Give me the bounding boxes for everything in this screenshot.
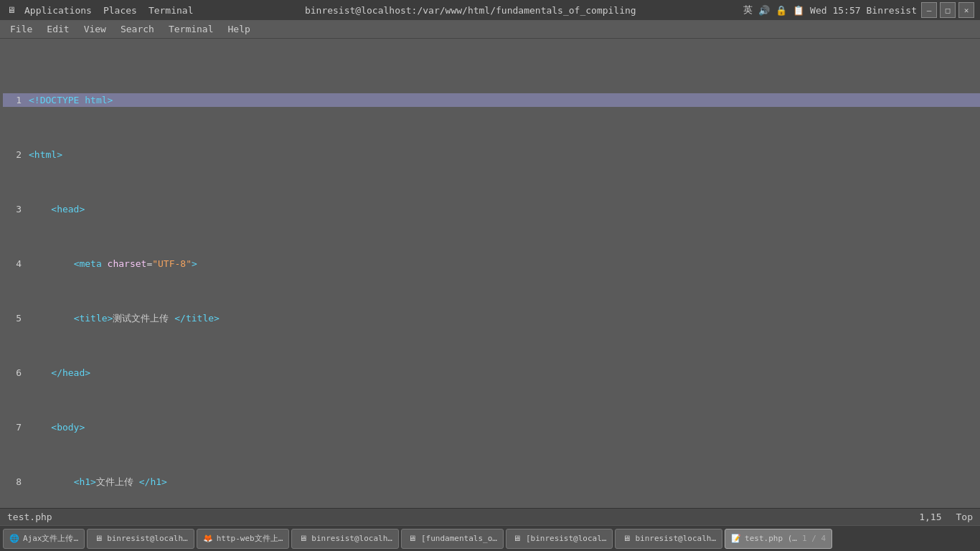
sys-lang: 英 [743, 4, 753, 17]
topbar-right: 英 🔊 🔒 📋 Wed 15:57 Binresist [743, 4, 917, 17]
topbar: 🖥 Applications Places Terminal binresist… [0, 0, 980, 20]
taskbar-label: binresist@localh… [635, 534, 716, 543]
table-row: 7 <body> [3, 420, 980, 434]
statusbar: test.php 1,15 Top [0, 508, 980, 525]
statusbar-scroll: Top [956, 512, 973, 522]
table-row: 4 <meta charset="UTF-8"> [3, 257, 980, 270]
topbar-left: 🖥 Applications Places Terminal [6, 4, 198, 17]
menu-help[interactable]: Help [221, 22, 258, 36]
table-row: 6 </head> [3, 366, 980, 380]
statusbar-filename: test.php [7, 512, 919, 522]
taskbar-item-terminal4[interactable]: 🖥 binresist@localh… [615, 529, 722, 549]
browser-icon: 🌐 [9, 534, 19, 544]
taskbar-item-fundamentals[interactable]: 🖥 [fundamentals_o… [401, 529, 504, 549]
places-menu[interactable]: Places [99, 4, 141, 17]
table-row: 2 <html> [3, 148, 980, 161]
table-row: 8 <h1>文件上传 </h1> [3, 475, 980, 489]
terminal-menu[interactable]: Terminal [144, 4, 198, 17]
menu-edit[interactable]: Edit [39, 22, 76, 36]
table-row: 1 <!DOCTYPE html> [3, 93, 980, 107]
code-content[interactable]: 1 <!DOCTYPE html> 2 <html> 3 <head> 4 <m… [0, 39, 980, 508]
taskbar-item-http[interactable]: 🦊 http-web文件上… [197, 529, 290, 549]
taskbar-label: http-web文件上… [217, 533, 283, 544]
menu-terminal[interactable]: Terminal [161, 22, 221, 36]
terminal-icon: 🖥 [512, 534, 522, 544]
menu-file[interactable]: File [3, 22, 39, 36]
taskbar-item-ajax[interactable]: 🌐 Ajax文件上传… [3, 529, 85, 549]
menu-search[interactable]: Search [113, 22, 161, 36]
sys-binresist: Binresist [867, 5, 917, 16]
close-button[interactable]: ✕ [958, 2, 974, 18]
menubar: File Edit View Search Terminal Help [0, 20, 980, 39]
taskbar-page-count: 1 / 4 [802, 534, 826, 543]
taskbar: 🌐 Ajax文件上传… 🖥 binresist@localh… 🦊 http-w… [0, 525, 980, 551]
terminal-icon: 🖥 [407, 534, 418, 544]
taskbar-item-terminal1[interactable]: 🖥 binresist@localh… [87, 529, 194, 549]
firefox-icon: 🦊 [203, 534, 213, 544]
editor-icon: 📝 [731, 534, 741, 544]
sys-time: Wed 15:57 [810, 5, 860, 16]
taskbar-item-terminal3[interactable]: 🖥 [binresist@local… [506, 529, 613, 549]
window-controls: – □ ✕ [921, 2, 974, 18]
table-row: 3 <head> [3, 202, 980, 216]
maximize-button[interactable]: □ [940, 2, 956, 18]
statusbar-position: 1,15 [919, 512, 941, 522]
taskbar-label: Ajax文件上传… [23, 533, 78, 544]
taskbar-item-terminal2[interactable]: 🖥 binresist@localh… [291, 529, 399, 549]
terminal-icon: 🖥 [93, 534, 103, 544]
editor[interactable]: 1 <!DOCTYPE html> 2 <html> 3 <head> 4 <m… [0, 39, 980, 508]
taskbar-label: binresist@localh… [311, 534, 392, 543]
minimize-button[interactable]: – [921, 2, 937, 18]
terminal-icon: 🖥 [621, 534, 631, 544]
taskbar-label: binresist@localh… [107, 534, 188, 543]
sys-vol-icon: 🔊 [758, 5, 770, 16]
terminal-icon: 🖥 [298, 534, 308, 544]
window-title: binresist@localhost:/var/www/html/fundam… [202, 5, 740, 16]
sys-clipboard-icon: 📋 [793, 5, 804, 16]
code-container: 1 <!DOCTYPE html> 2 <html> 3 <head> 4 <m… [0, 39, 980, 508]
taskbar-label: test.php (/var/w… [745, 534, 798, 543]
taskbar-item-testphp[interactable]: 📝 test.php (/var/w… 1 / 4 [725, 529, 832, 549]
table-row: 5 <title>测试文件上传 </title> [3, 311, 980, 325]
applications-menu[interactable]: Applications [20, 4, 96, 17]
app-icon: 🖥 [6, 4, 17, 16]
menu-view[interactable]: View [77, 22, 113, 36]
statusbar-right: 1,15 Top [919, 512, 973, 522]
sys-lock-icon: 🔒 [776, 5, 787, 16]
taskbar-label: [fundamentals_o… [421, 534, 497, 543]
taskbar-label: [binresist@local… [526, 534, 607, 543]
